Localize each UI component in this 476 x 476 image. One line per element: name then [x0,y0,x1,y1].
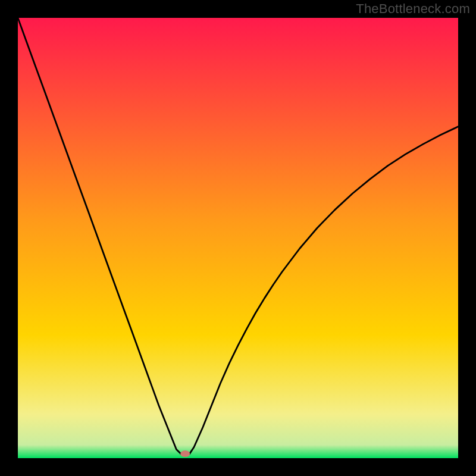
optimum-marker [180,450,190,457]
chart-frame: TheBottleneck.com [0,0,476,476]
chart-svg [18,18,458,458]
gradient-background [18,18,458,458]
plot-area [18,18,458,458]
watermark-text: TheBottleneck.com [356,1,470,17]
